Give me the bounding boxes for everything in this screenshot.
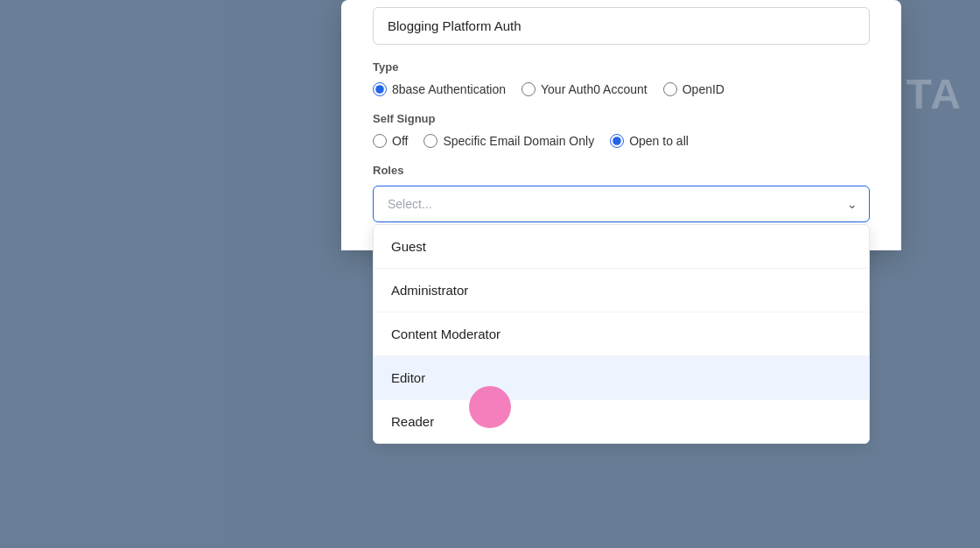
type-radio-openid[interactable] <box>663 82 677 96</box>
type-label-8base: 8base Authentication <box>392 82 506 96</box>
signup-label-open: Open to all <box>629 134 689 148</box>
type-label-openid: OpenID <box>682 82 724 96</box>
roles-section-label: Roles <box>373 164 870 177</box>
signup-option-open[interactable]: Open to all <box>610 134 689 148</box>
signup-radio-specific[interactable] <box>424 134 438 148</box>
type-radio-group: 8base Authentication Your Auth0 Account … <box>373 82 870 96</box>
dropdown-item-content-moderator[interactable]: Content Moderator <box>374 313 869 356</box>
roles-select-wrapper[interactable]: Select... ⌄ Guest Administrator Content … <box>373 186 870 222</box>
signup-label-off: Off <box>392 134 408 148</box>
self-signup-section-label: Self Signup <box>373 112 870 125</box>
self-signup-radio-group: Off Specific Email Domain Only Open to a… <box>373 134 870 148</box>
type-label-auth0: Your Auth0 Account <box>541 82 648 96</box>
app-name-input[interactable] <box>373 7 870 45</box>
roles-dropdown-menu[interactable]: Guest Administrator Content Moderator Ed… <box>373 224 870 444</box>
modal-panel: Type 8base Authentication Your Auth0 Acc… <box>341 0 901 250</box>
type-section-label: Type <box>373 60 870 74</box>
signup-option-off[interactable]: Off <box>373 134 408 148</box>
dropdown-item-guest[interactable]: Guest <box>374 225 869 269</box>
dropdown-item-editor[interactable]: Editor <box>374 356 869 400</box>
dropdown-item-administrator[interactable]: Administrator <box>374 269 869 313</box>
right-hint-text: TA <box>906 70 980 118</box>
type-option-openid[interactable]: OpenID <box>663 82 724 96</box>
signup-label-specific: Specific Email Domain Only <box>443 134 594 148</box>
type-option-8base[interactable]: 8base Authentication <box>373 82 506 96</box>
signup-radio-off[interactable] <box>373 134 387 148</box>
roles-select-display[interactable]: Select... <box>373 186 870 222</box>
type-radio-8base[interactable] <box>373 82 387 96</box>
type-radio-auth0[interactable] <box>522 82 536 96</box>
type-option-auth0[interactable]: Your Auth0 Account <box>522 82 648 96</box>
dropdown-item-reader[interactable]: Reader <box>374 400 869 443</box>
signup-radio-open[interactable] <box>610 134 624 148</box>
signup-option-specific[interactable]: Specific Email Domain Only <box>424 134 594 148</box>
